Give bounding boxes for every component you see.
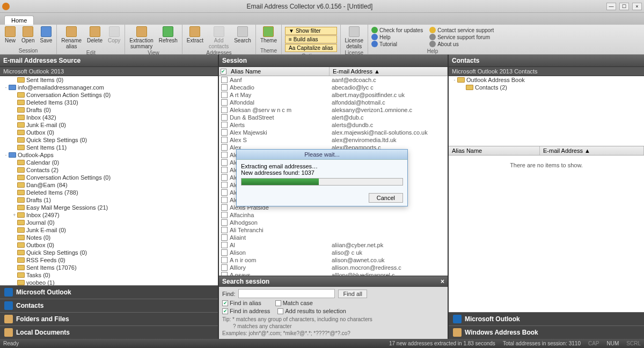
col-alias-right[interactable]: Alias Name [449,146,540,155]
list-item[interactable]: Aleksan @serv w n c maleksany@verizon1.o… [219,106,448,114]
tree-item[interactable]: Junk E-mail (0) [0,121,218,129]
list-item[interactable]: Allloryallison.mocron@rediress.c [219,264,448,271]
tree-item[interactable]: Contacts (2) [0,166,218,174]
tree-item[interactable]: Easy Mail Merge Sessions (21) [0,204,218,211]
tree-item[interactable]: +Inbox (2497) [0,211,218,219]
help-link[interactable]: Help [371,34,423,40]
contact-support-link[interactable]: Contact service support [429,27,494,33]
tree-item[interactable]: Notes (0) [0,234,218,241]
destination-button[interactable]: Windows Address Book [449,325,644,339]
cancel-button[interactable]: Cancel [369,193,403,203]
theme-button[interactable]: Theme [258,26,279,44]
progress-bar [241,178,403,186]
tree-item[interactable]: Calendar (0) [0,159,218,166]
tree-item[interactable]: Tasks (0) [0,271,218,279]
tree-item[interactable]: Deleted Items (310) [0,99,218,106]
find-input[interactable] [238,289,335,298]
delete-button[interactable]: Delete [85,26,105,44]
license-details-button[interactable]: License details [343,26,365,50]
find-in-alias-checkbox[interactable]: Find in alias [222,300,261,306]
tree-item[interactable]: -Outlook Address Book [449,76,644,84]
col-email[interactable]: E-mail Address ▲ [330,67,448,76]
minimize-button[interactable]: — [606,3,616,10]
build-alias-button[interactable]: ≡Build alias [285,35,337,43]
capitalize-alias-button[interactable]: AaCapitalize alias [285,44,337,52]
tree-item[interactable]: Dan@Eam (84) [0,181,218,189]
show-filter-button[interactable]: ▼Show filter [285,27,337,35]
list-item[interactable]: Alex Salex@enviromedia.ltd.uk [219,136,448,144]
tree-item[interactable]: Quick Step Settings (0) [0,249,218,256]
tree-item[interactable]: Quick Step Settings (0) [0,136,218,144]
extraction-summary-button[interactable]: Extraction summary [127,26,155,50]
support-forum-link[interactable]: Service support forum [429,34,494,40]
list-item[interactable]: Aliaint [219,234,448,241]
list-item[interactable]: Abecadioabecadio@lyc c [219,84,448,91]
contacts-tree[interactable]: -Outlook Address BookContacts (2) [449,76,644,146]
tree-item[interactable]: -info@emailaddressmanager.com [0,84,218,91]
list-item[interactable]: A rt Mayalbert.may@positfinder.c uk [219,91,448,99]
extract-button[interactable]: Extract [185,26,206,44]
list-item[interactable]: A nsaysalllory@bluedimapprel.c [219,271,448,276]
window-title: Email Address Collector v6.0.156 - [Unti… [13,3,606,10]
tree-item[interactable]: Sent Items (17076) [0,264,218,271]
tab-home[interactable]: Home [4,16,34,25]
col-email-right[interactable]: E-mail Address ▲ [540,146,644,155]
rename-alias-button[interactable]: Rename alias [59,26,84,50]
add-contacts-button[interactable]: Add contacts [207,26,231,50]
tree-item[interactable]: Deleted Items (788) [0,189,218,196]
tree-item[interactable]: Conversation Action Settings (0) [0,174,218,181]
add-results-checkbox[interactable]: Add results to selection [277,308,346,314]
source-button[interactable]: Folders and Files [0,312,218,325]
about-link[interactable]: About us [429,41,494,47]
tutorial-link[interactable]: Tutorial [371,41,423,47]
source-button[interactable]: Microsoft Outlook [0,285,218,299]
refresh-button[interactable]: Refresh [157,26,180,44]
tree-item[interactable]: RSS Feeds (0) [0,256,218,264]
open-button[interactable]: Open [19,26,36,44]
tree-item[interactable]: Drafts (1) [0,196,218,204]
list-item[interactable]: Alertsalerts@dundb.c [219,121,448,129]
tree-item[interactable]: yoobeo (1) [0,279,218,285]
help-icon [371,34,378,40]
list-item[interactable]: Alfacinha [219,211,448,219]
source-button[interactable]: Contacts [0,299,218,312]
tree-item[interactable]: Outbox (0) [0,241,218,249]
list-item[interactable]: Alex Majewskialex.majewski@nacil-solutio… [219,129,448,136]
tree-item[interactable]: Outbox (0) [0,129,218,136]
tree-item[interactable]: Journal (0) [0,219,218,226]
maximize-button[interactable]: ☐ [619,3,629,10]
check-updates-link[interactable]: Check for updates [371,27,423,33]
tree-item[interactable]: Junk E-mail (0) [0,226,218,234]
save-button[interactable]: Save [38,26,54,44]
tree-item[interactable]: Inbox (432) [0,114,218,121]
list-item[interactable]: Aanfaanf@edcoach.c [219,76,448,84]
tree-item[interactable]: Drafts (0) [0,106,218,114]
close-button[interactable]: × [632,3,642,10]
list-item[interactable]: Alfonddalalfonddal@hotmail.c [219,99,448,106]
app-icon [2,3,10,10]
search-button[interactable]: Search [232,26,253,44]
select-all-checkbox[interactable] [221,69,226,75]
search-close-icon[interactable]: × [441,278,444,285]
tree-item[interactable]: Conversation Action Settings (0) [0,91,218,99]
list-item[interactable]: Dun & BadStreetalert@dub.c [219,114,448,121]
find-in-address-checkbox[interactable]: Find in address [222,308,270,314]
tree-item[interactable]: -Outlook-Apps [0,151,218,159]
source-button[interactable]: Local Documents [0,325,218,339]
list-item[interactable]: Ali Tehranchi [219,226,448,234]
col-alias[interactable]: Alias Name [228,67,330,76]
list-item[interactable]: Alaliian@cyber.net.pk [219,241,448,249]
dialog-title: Please wait... [237,150,407,160]
tree-item[interactable]: Sent Items (0) [0,76,218,84]
destination-button[interactable]: Microsoft Outlook [449,312,644,325]
match-case-checkbox[interactable]: Match case [275,300,313,306]
list-item[interactable]: A n ir oomalison@awnet.co.uk [219,256,448,264]
source-tree[interactable]: Sent Items (0)-info@emailaddressmanager.… [0,76,218,285]
list-item[interactable]: Alhodgson [219,219,448,226]
tree-item[interactable]: Sent Items (11) [0,144,218,151]
new-button[interactable]: New [2,26,18,44]
copy-button[interactable]: Copy [106,26,122,44]
find-all-button[interactable]: Find all [338,290,367,298]
list-item[interactable]: Alisonaliso@ c uk [219,249,448,256]
tree-item[interactable]: Contacts (2) [449,84,644,91]
